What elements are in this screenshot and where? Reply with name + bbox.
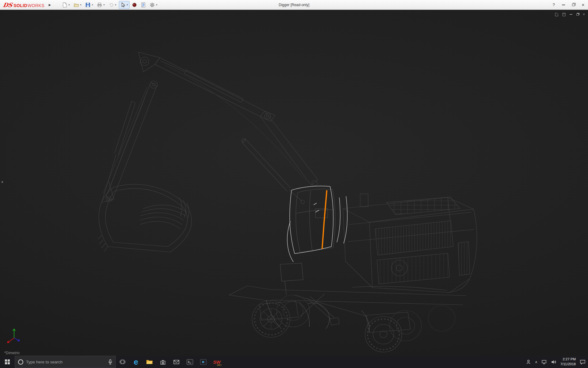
options-gear-icon <box>149 2 155 8</box>
sw-year-label: 2017 <box>217 364 221 366</box>
dropdown-caret[interactable]: ▼ <box>80 4 82 6</box>
boom-arm[interactable] <box>138 52 318 204</box>
minimize-icon <box>570 14 572 15</box>
save-floppy-icon <box>85 2 91 8</box>
windows-taskbar: e SW 2017 ∧ 2:27 PM 7/11/2018 <box>0 356 588 368</box>
dropdown-caret[interactable]: ▼ <box>156 4 158 6</box>
restore-icon <box>576 13 579 16</box>
restore-button[interactable] <box>568 0 578 10</box>
view-orientation-label: *Dimetric <box>4 351 20 355</box>
edge-browser-icon[interactable]: e <box>129 356 143 368</box>
options-button[interactable]: ▼ <box>148 1 159 9</box>
system-tray: ∧ 2:27 PM 7/11/2018 <box>526 356 588 368</box>
dropdown-caret[interactable]: ▼ <box>115 4 117 6</box>
dropdown-caret[interactable]: ▼ <box>103 4 105 6</box>
wireframe-model[interactable] <box>0 10 588 356</box>
store-icon[interactable] <box>156 356 170 368</box>
ds-logo-glyph: DS <box>2 2 13 8</box>
taskbar-clock[interactable]: 2:27 PM 7/11/2018 <box>560 357 576 366</box>
bucket[interactable] <box>98 184 192 252</box>
appearance-sphere-button[interactable] <box>130 1 138 9</box>
cab-frame[interactable] <box>280 189 335 295</box>
cab-highlight-edges[interactable] <box>287 186 347 262</box>
graphics-viewport[interactable]: × ◄ *Dimetric <box>0 10 588 356</box>
dropdown-caret[interactable]: ▼ <box>92 4 93 6</box>
solidworks-app-icon[interactable]: SW 2017 <box>210 356 224 368</box>
undo-button[interactable]: ▼ <box>107 1 118 9</box>
mail-icon[interactable] <box>170 356 183 368</box>
search-input[interactable] <box>26 360 105 364</box>
clock-time: 2:27 PM <box>560 357 576 362</box>
document-window-controls: × <box>555 12 585 17</box>
windows-logo-icon <box>5 359 10 364</box>
restore-icon <box>572 4 575 6</box>
menu-expand-arrow[interactable]: ▶ <box>47 2 53 8</box>
titlebar: DS SOLID WORKS ▶ ▼ ▼ ▼ ▼ ▼ ▼ <box>0 0 588 10</box>
new-document-button[interactable]: ▼ <box>61 1 71 9</box>
start-button[interactable] <box>0 356 15 368</box>
print-icon <box>97 2 102 8</box>
open-document-button[interactable]: ▼ <box>72 1 83 9</box>
tray-overflow-chevron[interactable]: ∧ <box>535 360 537 364</box>
taskbar-search[interactable] <box>15 356 116 368</box>
new-document-icon <box>62 2 67 8</box>
sw-logo-glyph: SW <box>213 360 221 364</box>
help-button[interactable]: ? <box>549 0 559 10</box>
microphone-icon[interactable] <box>108 359 112 365</box>
action-center-icon[interactable] <box>580 359 586 365</box>
brand-works: WORKS <box>28 3 44 8</box>
file-explorer-icon[interactable] <box>143 356 156 368</box>
document-icon[interactable] <box>562 13 566 17</box>
new-window-icon[interactable] <box>555 13 558 17</box>
people-icon[interactable] <box>526 359 531 364</box>
volume-icon[interactable] <box>551 360 556 364</box>
standard-toolbar: ▼ ▼ ▼ ▼ ▼ ▼ ▼ <box>61 1 159 9</box>
selected-edge[interactable] <box>322 191 327 248</box>
print-button[interactable]: ▼ <box>96 1 106 9</box>
wheels[interactable] <box>252 295 455 352</box>
network-icon[interactable] <box>541 360 547 364</box>
window-controls: ? × <box>549 0 588 10</box>
task-view-button[interactable] <box>116 356 129 368</box>
dropdown-caret[interactable]: ▼ <box>68 4 70 6</box>
brand-solid: SOLID <box>13 3 27 8</box>
edge-logo-glyph: e <box>134 358 138 366</box>
solidworks-logo: DS SOLID WORKS <box>0 2 47 8</box>
child-minimize-button[interactable] <box>570 14 572 15</box>
media-player-icon[interactable] <box>197 356 210 368</box>
minimize-icon <box>562 5 565 5</box>
clock-date: 7/11/2018 <box>560 362 576 367</box>
child-restore-button[interactable] <box>576 13 579 16</box>
open-folder-icon <box>74 2 79 8</box>
close-button[interactable]: × <box>578 0 588 10</box>
minimize-button[interactable] <box>559 0 568 10</box>
cortana-icon <box>18 359 23 365</box>
appearance-sphere-icon <box>132 2 137 8</box>
orientation-triad[interactable] <box>5 326 24 345</box>
select-arrow-icon <box>120 2 126 8</box>
stick-arm[interactable] <box>102 81 157 202</box>
document-table-button[interactable] <box>139 1 147 9</box>
feature-panel-collapse-arrow[interactable]: ◄ <box>0 179 4 185</box>
undo-icon <box>108 2 114 8</box>
save-button[interactable]: ▼ <box>84 1 95 9</box>
child-close-button[interactable]: × <box>583 12 585 17</box>
select-tool-button[interactable]: ▼ <box>119 1 130 9</box>
console-app-icon[interactable] <box>183 356 197 368</box>
dropdown-caret[interactable]: ▼ <box>126 4 128 6</box>
document-table-icon <box>141 2 146 8</box>
upper-body[interactable] <box>343 194 477 293</box>
